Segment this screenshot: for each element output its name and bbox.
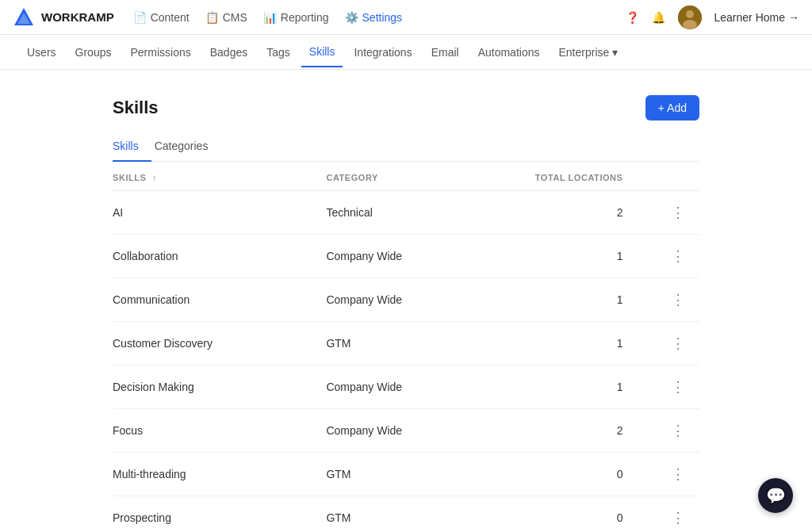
table-row: Prospecting GTM 0 ⋮	[113, 496, 699, 533]
col-header-total-locations: TOTAL LOCATIONS	[465, 162, 633, 191]
cell-skill: Decision Making	[113, 366, 316, 409]
chat-icon: 💬	[766, 486, 786, 505]
tab-categories[interactable]: Categories	[151, 133, 221, 162]
app-name: WORKRAMP	[41, 10, 114, 24]
content-icon: 📄	[133, 11, 147, 24]
cell-total-locations: 1	[465, 366, 633, 409]
cell-actions: ⋮	[632, 191, 699, 235]
table-row: AI Technical 2 ⋮	[113, 191, 699, 235]
subnav-groups[interactable]: Groups	[67, 38, 120, 67]
more-options-button[interactable]: ⋮	[666, 464, 690, 484]
top-nav-right: ❓ 🔔 Learner Home →	[626, 6, 800, 29]
table-row: Decision Making Company Wide 1 ⋮	[113, 366, 699, 409]
cell-total-locations: 1	[465, 235, 633, 278]
cell-category: Technical	[316, 191, 465, 235]
more-options-button[interactable]: ⋮	[666, 377, 690, 397]
more-options-button[interactable]: ⋮	[666, 333, 690, 354]
arrow-right-icon: →	[788, 11, 799, 24]
subnav-email[interactable]: Email	[423, 38, 467, 67]
more-options-button[interactable]: ⋮	[666, 202, 690, 223]
cell-actions: ⋮	[632, 496, 699, 533]
svg-point-3	[686, 10, 694, 18]
cell-total-locations: 0	[465, 496, 633, 533]
learner-home-link[interactable]: Learner Home →	[714, 11, 800, 24]
cell-total-locations: 1	[465, 278, 633, 322]
cell-skill: Focus	[113, 409, 316, 453]
cell-category: GTM	[316, 453, 465, 496]
notifications-icon[interactable]: 🔔	[652, 11, 665, 24]
more-options-button[interactable]: ⋮	[666, 246, 690, 266]
subnav-enterprise[interactable]: Enterprise ▾	[550, 38, 626, 67]
svg-point-4	[683, 20, 697, 29]
table-row: Multi-threading GTM 0 ⋮	[113, 453, 699, 496]
cell-actions: ⋮	[632, 278, 699, 322]
cell-skill: Customer Discovery	[113, 322, 316, 366]
tabs: Skills Categories	[113, 133, 699, 162]
cell-category: GTM	[316, 322, 465, 366]
subnav-integrations[interactable]: Integrations	[346, 38, 419, 67]
cell-actions: ⋮	[632, 409, 699, 453]
main-content: Skills + Add Skills Categories SKILLS ↑ …	[49, 70, 763, 532]
cell-actions: ⋮	[632, 366, 699, 409]
tab-skills[interactable]: Skills	[113, 133, 151, 162]
sort-asc-icon: ↑	[152, 174, 157, 182]
chevron-down-icon: ▾	[612, 46, 618, 59]
table-row: Focus Company Wide 2 ⋮	[113, 409, 699, 453]
avatar[interactable]	[678, 6, 702, 29]
help-icon[interactable]: ❓	[626, 11, 639, 24]
more-options-button[interactable]: ⋮	[666, 507, 690, 528]
subnav-users[interactable]: Users	[19, 38, 64, 67]
cell-total-locations: 2	[465, 191, 633, 235]
col-header-actions	[632, 162, 699, 191]
cell-total-locations: 2	[465, 409, 633, 453]
cell-category: Company Wide	[316, 235, 465, 278]
nav-cms[interactable]: 📋 CMS	[205, 11, 247, 24]
cell-total-locations: 0	[465, 453, 633, 496]
more-options-button[interactable]: ⋮	[666, 420, 690, 441]
cell-actions: ⋮	[632, 453, 699, 496]
col-header-skills[interactable]: SKILLS ↑	[113, 162, 316, 191]
subnav-automations[interactable]: Automations	[470, 38, 548, 67]
cell-total-locations: 1	[465, 322, 633, 366]
more-options-button[interactable]: ⋮	[666, 289, 690, 310]
cell-skill: Multi-threading	[113, 453, 316, 496]
logo[interactable]: WORKRAMP	[13, 6, 114, 29]
nav-settings[interactable]: ⚙️ Settings	[345, 11, 403, 24]
subnav-permissions[interactable]: Permissions	[122, 38, 198, 67]
cell-category: GTM	[316, 496, 465, 533]
page-header: Skills + Add	[113, 95, 699, 121]
sub-nav: Users Groups Permissions Badges Tags Ski…	[0, 35, 812, 70]
add-button[interactable]: + Add	[645, 95, 699, 121]
subnav-tags[interactable]: Tags	[259, 38, 298, 67]
cell-category: Company Wide	[316, 409, 465, 453]
skills-table: SKILLS ↑ CATEGORY TOTAL LOCATIONS AI Tec…	[113, 162, 699, 532]
cms-icon: 📋	[205, 11, 219, 24]
subnav-badges[interactable]: Badges	[202, 38, 255, 67]
page-title: Skills	[113, 98, 158, 118]
table-row: Customer Discovery GTM 1 ⋮	[113, 322, 699, 366]
col-header-category: CATEGORY	[316, 162, 465, 191]
cell-category: Company Wide	[316, 278, 465, 322]
subnav-skills[interactable]: Skills	[301, 37, 343, 67]
top-nav-links: 📄 Content 📋 CMS 📊 Reporting ⚙️ Settings	[133, 11, 402, 24]
cell-skill: Prospecting	[113, 496, 316, 533]
cell-category: Company Wide	[316, 366, 465, 409]
nav-reporting[interactable]: 📊 Reporting	[263, 11, 329, 24]
chat-bubble[interactable]: 💬	[758, 478, 793, 513]
workramp-logo-icon	[13, 6, 35, 29]
settings-icon: ⚙️	[345, 11, 358, 24]
reporting-icon: 📊	[263, 11, 277, 24]
cell-skill: Collaboration	[113, 235, 316, 278]
table-row: Collaboration Company Wide 1 ⋮	[113, 235, 699, 278]
cell-skill: AI	[113, 191, 316, 235]
top-nav: WORKRAMP 📄 Content 📋 CMS 📊 Reporting ⚙️ …	[0, 0, 812, 35]
cell-actions: ⋮	[632, 235, 699, 278]
nav-content[interactable]: 📄 Content	[133, 11, 190, 24]
cell-actions: ⋮	[632, 322, 699, 366]
table-row: Communication Company Wide 1 ⋮	[113, 278, 699, 322]
user-avatar-image	[678, 6, 702, 29]
cell-skill: Communication	[113, 278, 316, 322]
